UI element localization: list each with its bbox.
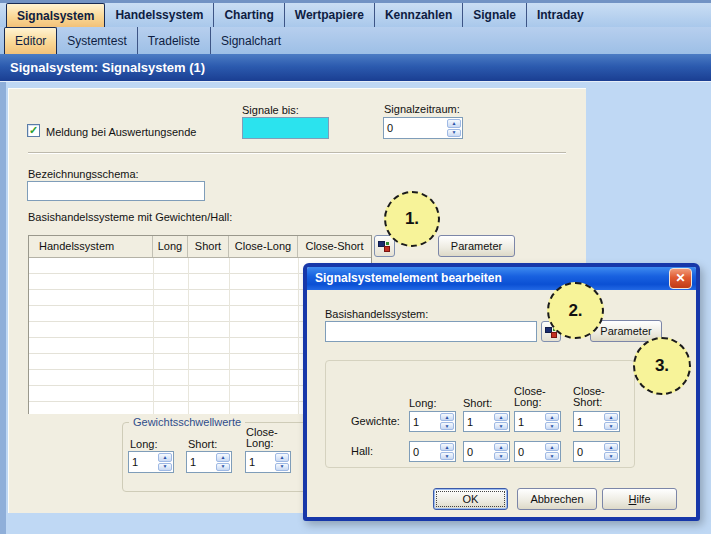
dialog-title[interactable]: Signalsystemelement bearbeiten (307, 267, 696, 290)
threshold-short-stepper[interactable]: 1▲▼ (186, 451, 232, 473)
stepper-down-button[interactable]: ▼ (604, 422, 618, 430)
stepper-down-button[interactable]: ▼ (604, 452, 618, 460)
stepper-up-button[interactable]: ▲ (440, 443, 454, 451)
gewichte-close-short-stepper[interactable]: 1▲▼ (573, 411, 620, 432)
stepper-up-button[interactable]: ▲ (545, 413, 559, 421)
tab-signalchart[interactable]: Signalchart (210, 27, 291, 54)
tab-intraday[interactable]: Intraday (526, 3, 594, 27)
tab-signalsystem[interactable]: Signalsystem (6, 3, 105, 27)
ok-button[interactable]: OK (433, 488, 508, 510)
stepper-down-button[interactable]: ▼ (158, 463, 172, 472)
group-title: Gewichtsschwellwerte (129, 416, 245, 428)
threshold-long-label: Long: (130, 438, 158, 450)
tab-label: Systemtest (67, 34, 126, 48)
threshold-close-long-stepper[interactable]: 1▲▼ (245, 451, 291, 473)
col-close-long-label: Close-Long: (514, 386, 560, 408)
stepper-value: 0 (515, 442, 544, 461)
stepper-down-button[interactable]: ▼ (494, 452, 508, 460)
column-header-close-long[interactable]: Close-Long (229, 236, 298, 257)
column-header-short[interactable]: Short (188, 236, 229, 257)
signale-bis-label: Signale bis: (242, 104, 299, 116)
hall-short-stepper[interactable]: 0▲▼ (463, 441, 510, 462)
stepper-value: 1 (410, 412, 439, 431)
column-header-handelssystem[interactable]: Handelssystem (29, 236, 153, 257)
stepper-down-button[interactable]: ▼ (275, 463, 289, 472)
gewichte-close-long-stepper[interactable]: 1▲▼ (514, 411, 561, 432)
stepper-down-button[interactable]: ▼ (440, 422, 454, 430)
tab-wertpapiere[interactable]: Wertpapiere (284, 3, 374, 27)
gewichte-long-stepper[interactable]: 1▲▼ (409, 411, 456, 432)
main-tab-bar: Signalsystem Handelssystem Charting Wert… (0, 0, 711, 27)
col-close-short-label: Close-Short: (573, 386, 619, 408)
close-button[interactable]: ✕ (669, 268, 692, 289)
tab-tradeliste[interactable]: Tradeliste (137, 27, 210, 54)
bezeichnungsschema-input[interactable] (27, 181, 205, 201)
column-divider (188, 258, 189, 414)
signalzeitraum-label: Signalzeitraum: (384, 103, 460, 115)
stepper-value: 0 (384, 118, 446, 138)
stepper-up-button[interactable]: ▲ (604, 413, 618, 421)
stepper-value: 1 (129, 452, 157, 472)
annotation-step-2: 2. (547, 282, 604, 339)
basishandelssystem-input[interactable] (325, 321, 537, 342)
parameter-button[interactable]: Parameter (438, 235, 515, 257)
tab-label: Charting (224, 8, 273, 22)
hall-long-stepper[interactable]: 0▲▼ (409, 441, 456, 462)
stepper-up-button[interactable]: ▲ (440, 413, 454, 421)
stepper-down-button[interactable]: ▼ (545, 422, 559, 430)
stepper-up-button[interactable]: ▲ (494, 443, 508, 451)
cancel-button[interactable]: Abbrechen (517, 488, 597, 510)
hall-close-short-stepper[interactable]: 0▲▼ (573, 441, 620, 462)
help-label-rest: ilfe (636, 493, 650, 505)
stepper-up-button[interactable]: ▲ (275, 453, 289, 462)
close-icon: ✕ (675, 271, 685, 285)
stepper-up-button[interactable]: ▲ (604, 443, 618, 451)
bezeichnungsschema-label: Bezeichnungsschema: (28, 168, 139, 180)
weights-group: Long: Short: Close-Long: Close-Short: Ge… (325, 360, 635, 468)
gewichte-short-stepper[interactable]: 1▲▼ (463, 411, 510, 432)
page-title: Signalsystem: Signalsystem (1) (0, 54, 711, 82)
tab-signale[interactable]: Signale (462, 3, 526, 27)
stepper-down-button[interactable]: ▼ (216, 463, 230, 472)
tab-charting[interactable]: Charting (213, 3, 283, 27)
col-long-label: Long: (409, 397, 437, 409)
tab-label: Signalchart (221, 34, 281, 48)
stepper-value: 1 (187, 452, 215, 472)
signale-bis-input[interactable] (242, 117, 329, 139)
stepper-value: 1 (464, 412, 493, 431)
help-button[interactable]: Hilfe (602, 488, 677, 510)
threshold-short-label: Short: (188, 438, 217, 450)
stepper-up-button[interactable]: ▲ (158, 453, 172, 462)
column-divider (229, 258, 230, 414)
tab-systemtest[interactable]: Systemtest (57, 27, 136, 54)
hall-close-long-stepper[interactable]: 0▲▼ (514, 441, 561, 462)
hall-row-label: Hall: (351, 445, 373, 457)
tab-editor[interactable]: Editor (4, 27, 57, 54)
column-divider (153, 258, 154, 414)
stepper-value: 0 (574, 442, 603, 461)
annotation-step-3: 3. (633, 337, 691, 395)
threshold-long-stepper[interactable]: 1▲▼ (128, 451, 174, 473)
app-window: Signalsystem Handelssystem Charting Wert… (0, 0, 711, 534)
tab-kennzahlen[interactable]: Kennzahlen (374, 3, 462, 27)
tab-label: Kennzahlen (385, 8, 452, 22)
meldung-checkbox[interactable]: ✓ (27, 124, 40, 137)
stepper-down-button[interactable]: ▼ (447, 129, 461, 138)
column-header-close-short[interactable]: Close-Short (298, 236, 371, 257)
linked-squares-icon (378, 239, 391, 252)
stepper-up-button[interactable]: ▲ (545, 443, 559, 451)
stepper-down-button[interactable]: ▼ (440, 452, 454, 460)
column-divider (298, 258, 299, 414)
stepper-down-button[interactable]: ▼ (494, 422, 508, 430)
check-icon: ✓ (28, 125, 39, 136)
stepper-value: 0 (464, 442, 493, 461)
signalzeitraum-stepper[interactable]: 0▲▼ (383, 117, 463, 139)
stepper-up-button[interactable]: ▲ (447, 119, 461, 128)
column-header-long[interactable]: Long (153, 236, 188, 257)
stepper-down-button[interactable]: ▼ (545, 452, 559, 460)
basissysteme-label: Basishandelssysteme mit Gewichten/Hall: (28, 211, 232, 223)
gewichte-row-label: Gewichte: (351, 415, 400, 427)
tab-handelssystem[interactable]: Handelssystem (105, 3, 213, 27)
stepper-up-button[interactable]: ▲ (494, 413, 508, 421)
stepper-up-button[interactable]: ▲ (216, 453, 230, 462)
